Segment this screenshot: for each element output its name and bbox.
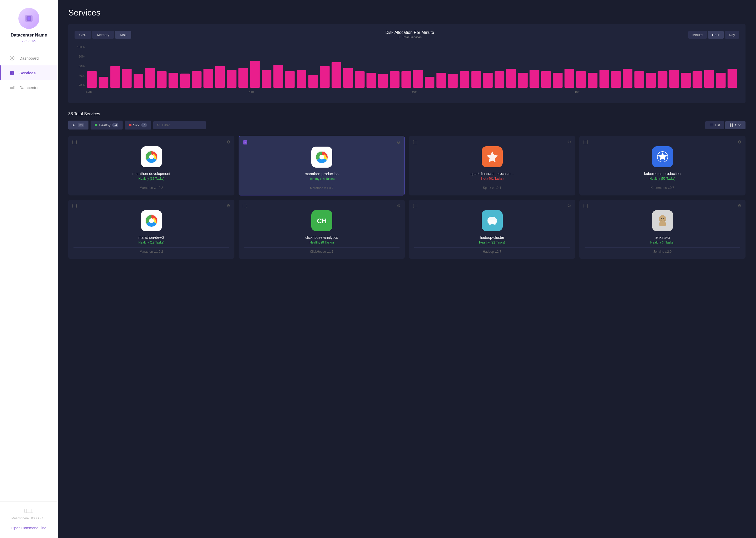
svg-rect-26 — [168, 73, 178, 88]
services-icon — [9, 70, 15, 76]
svg-rect-41 — [343, 68, 353, 88]
card-version: Marathon v.1.0.2 — [244, 186, 399, 190]
card-gear-button[interactable]: ⚙ — [737, 203, 741, 208]
card-checkbox[interactable] — [413, 204, 417, 208]
logo-circle — [19, 8, 39, 29]
svg-rect-29 — [204, 69, 213, 88]
sidebar-item-services[interactable]: Services — [0, 65, 58, 80]
card-gear-button[interactable]: ⚙ — [567, 203, 571, 208]
card-icon-wrapper — [585, 146, 740, 167]
service-card[interactable]: ✓ ⚙ marathon-production Healthy (14 Task… — [239, 136, 405, 195]
service-card[interactable]: ⚙ hadoop-cluster Healthy (22 Tasks) Hado… — [409, 200, 575, 259]
svg-rect-58 — [541, 71, 551, 88]
card-icon — [482, 146, 503, 167]
view-grid-button[interactable]: Grid — [725, 121, 745, 129]
time-tab-minute[interactable]: Minute — [688, 31, 707, 39]
card-gear-button[interactable]: ⚙ — [226, 203, 230, 208]
card-checkbox[interactable] — [584, 140, 588, 144]
search-icon — [157, 123, 160, 127]
svg-rect-72 — [704, 70, 714, 88]
filter-healthy-button[interactable]: Healthy 24 — [91, 121, 122, 130]
svg-rect-66 — [635, 71, 644, 88]
sidebar-item-datacenter[interactable]: Datacenter — [0, 80, 58, 95]
card-name: clickhouse-analytics — [244, 235, 400, 240]
chart-tab-memory[interactable]: Memory — [92, 31, 114, 39]
datacenter-nav-icon — [9, 84, 15, 91]
time-tab-hour[interactable]: Hour — [708, 31, 724, 39]
card-divider — [585, 247, 740, 248]
filter-all-button[interactable]: All 38 — [68, 121, 88, 130]
card-checkbox[interactable] — [584, 204, 588, 208]
svg-rect-20 — [99, 77, 109, 88]
svg-rect-31 — [227, 70, 237, 88]
sidebar-item-dashboard[interactable]: Dashboard — [0, 51, 58, 65]
filter-sick-badge: 7 — [141, 123, 147, 128]
card-checkbox[interactable] — [413, 140, 417, 144]
card-name: marathon-development — [73, 172, 229, 176]
svg-rect-61 — [576, 71, 586, 88]
svg-rect-71 — [693, 71, 702, 88]
card-divider — [585, 184, 740, 184]
filter-search-container — [153, 121, 206, 129]
svg-point-12 — [13, 86, 14, 87]
svg-rect-60 — [565, 69, 574, 88]
chart-title: Disk Allocation Per Minute — [385, 30, 434, 35]
card-status: Healthy (14 Tasks) — [244, 177, 399, 181]
card-checkbox[interactable] — [72, 140, 77, 144]
card-checkbox[interactable] — [243, 204, 247, 208]
svg-rect-25 — [157, 71, 167, 88]
svg-rect-48 — [425, 77, 435, 88]
card-gear-button[interactable]: ⚙ — [226, 139, 230, 144]
view-list-button[interactable]: List — [705, 121, 724, 129]
filter-search-input[interactable] — [162, 123, 202, 127]
service-card[interactable]: ⚙ CH clickhouse-analytics Healthy (8 Tas… — [239, 200, 405, 259]
svg-rect-23 — [134, 74, 143, 88]
svg-rect-68 — [658, 71, 667, 88]
card-divider — [414, 247, 570, 248]
card-gear-button[interactable]: ⚙ — [737, 139, 741, 144]
view-toggle: List Grid — [705, 121, 745, 129]
card-gear-button[interactable]: ⚙ — [397, 203, 401, 208]
chart-section: CPU Memory Disk Disk Allocation Per Minu… — [68, 24, 745, 103]
open-command-line-button[interactable]: Open Command Line — [11, 523, 46, 533]
svg-point-91 — [149, 218, 154, 223]
card-icon-wrapper — [73, 210, 229, 231]
card-version: Spark v.1.2.1 — [414, 186, 570, 190]
service-card[interactable]: ⚙ marathon-development Healthy (37 Tasks… — [68, 136, 234, 195]
card-icon — [311, 146, 332, 168]
card-checkbox[interactable] — [72, 204, 77, 208]
chart-subtitle: 38 Total Services — [385, 35, 434, 39]
card-status: Healthy (8 Tasks) — [244, 241, 400, 244]
card-icon-wrapper — [73, 146, 229, 167]
svg-rect-7 — [12, 71, 14, 73]
svg-rect-28 — [192, 71, 202, 88]
svg-rect-63 — [599, 70, 609, 88]
service-card[interactable]: ⚙ marathon-dev-2 Healthy (12 Tasks) Mara… — [68, 200, 234, 259]
card-name: kubernetes-production — [585, 172, 740, 176]
svg-rect-83 — [732, 125, 733, 127]
grid-icon — [730, 123, 733, 127]
chart-tab-disk[interactable]: Disk — [115, 31, 131, 39]
mesosphere-logo: Mesosphere DCOS v.1.6 — [12, 507, 46, 520]
card-gear-button[interactable]: ⚙ — [567, 139, 571, 144]
chart-tab-cpu[interactable]: CPU — [74, 31, 91, 39]
services-count: 38 Total Services — [68, 112, 745, 116]
svg-rect-47 — [413, 70, 423, 88]
svg-marker-89 — [658, 152, 667, 161]
service-card[interactable]: ⚙ jenkins-ci Healthy (4 Tasks) Jenkins v… — [579, 200, 745, 259]
time-tab-day[interactable]: Day — [725, 31, 739, 39]
card-version: Marathon v.1.0.2 — [73, 186, 229, 190]
service-card[interactable]: ⚙ kubernetes-production Healthy (56 Task… — [579, 136, 745, 195]
svg-rect-35 — [273, 65, 283, 88]
card-checkbox[interactable]: ✓ — [243, 140, 247, 144]
svg-rect-6 — [10, 71, 12, 73]
card-status: Healthy (22 Tasks) — [414, 241, 570, 244]
svg-rect-59 — [553, 73, 563, 88]
card-gear-button[interactable]: ⚙ — [397, 140, 400, 145]
filter-sick-button[interactable]: Sick 7 — [125, 121, 151, 130]
card-status: Healthy (12 Tasks) — [73, 241, 229, 244]
svg-rect-8 — [10, 73, 12, 75]
service-card[interactable]: ⚙ spark-financial-forecasin... Sick (401… — [409, 136, 575, 195]
svg-rect-46 — [402, 71, 411, 88]
svg-rect-62 — [588, 73, 597, 88]
